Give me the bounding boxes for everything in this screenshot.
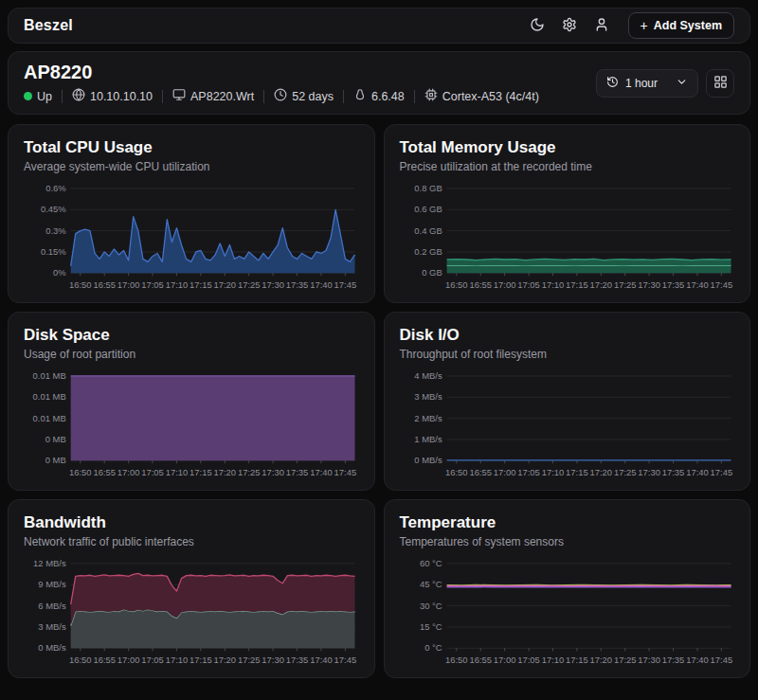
bandwidth-card: Bandwidth Network traffic of public inte… [8, 499, 375, 678]
svg-text:17:10: 17:10 [541, 467, 564, 477]
svg-text:0.8 GB: 0.8 GB [414, 183, 442, 193]
bandwidth-title: Bandwidth [24, 513, 359, 532]
svg-text:17:35: 17:35 [286, 279, 309, 290]
svg-text:17:35: 17:35 [661, 279, 684, 290]
svg-text:17:45: 17:45 [710, 467, 732, 477]
svg-text:6 MB/s: 6 MB/s [38, 601, 66, 611]
svg-text:17:00: 17:00 [493, 467, 515, 477]
svg-text:17:40: 17:40 [686, 279, 709, 290]
bandwidth-chart: 12 MB/s9 MB/s6 MB/s3 MB/s0 MB/s16:5016:5… [24, 556, 359, 673]
svg-text:16:50: 16:50 [445, 279, 468, 290]
svg-text:17:05: 17:05 [517, 655, 540, 665]
tux-icon [353, 88, 367, 104]
uptime-label: 52 days [292, 90, 334, 103]
svg-text:17:30: 17:30 [638, 467, 660, 477]
svg-text:17:20: 17:20 [589, 655, 612, 665]
svg-text:17:00: 17:00 [117, 655, 140, 665]
cpu-usage-title: Total CPU Usage [24, 138, 359, 157]
svg-text:17:35: 17:35 [661, 655, 684, 665]
svg-text:17:25: 17:25 [238, 279, 261, 290]
svg-text:0 MB: 0 MB [45, 455, 66, 465]
svg-text:3 MB/s: 3 MB/s [414, 391, 442, 402]
svg-text:17:30: 17:30 [638, 279, 660, 290]
svg-text:0.15%: 0.15% [41, 246, 66, 257]
disk-io-chart: 4 MB/s3 MB/s2 MB/s1 MB/s0 MB/s16:5016:55… [400, 368, 735, 485]
svg-text:17:15: 17:15 [566, 655, 588, 665]
system-status: Up [24, 90, 52, 103]
cpu-usage-chart: 0.6%0.45%0.3%0.15%0%16:5016:5517:0017:05… [24, 181, 359, 297]
temperature-title: Temperature [400, 513, 735, 532]
svg-text:0.6%: 0.6% [45, 183, 66, 193]
system-controls: 1 hour [596, 69, 734, 98]
svg-text:16:55: 16:55 [93, 279, 116, 290]
memory-usage-card: Total Memory Usage Precise utilization a… [384, 124, 751, 303]
svg-text:45 °C: 45 °C [420, 579, 442, 589]
page: Beszel + Add System [0, 0, 758, 686]
disk-io-card: Disk I/O Throughput of root filesystem 4… [384, 312, 751, 491]
svg-text:16:50: 16:50 [69, 655, 92, 665]
add-system-button[interactable]: + Add System [628, 12, 734, 39]
status-dot-icon [24, 92, 32, 100]
disk-io-title: Disk I/O [400, 326, 735, 345]
settings-button[interactable] [556, 12, 583, 39]
moon-icon [530, 17, 545, 35]
hostname-label: AP8220.Wrt [190, 90, 254, 103]
svg-text:17:05: 17:05 [141, 279, 164, 290]
disk-space-subtitle: Usage of root partition [24, 348, 359, 361]
header-actions: + Add System [524, 12, 734, 39]
system-info-bar: AP8220 Up 10.10.10.10 [8, 51, 750, 115]
cpu-usage-card: Total CPU Usage Average system-wide CPU … [8, 124, 375, 303]
time-range-select[interactable]: 1 hour [596, 69, 698, 98]
svg-text:17:35: 17:35 [286, 467, 309, 477]
svg-text:12 MB/s: 12 MB/s [33, 558, 66, 568]
system-name: AP8220 [24, 62, 539, 83]
svg-text:16:55: 16:55 [469, 655, 492, 665]
divider [62, 90, 63, 103]
cpu-model-label: Cortex-A53 (4c/4t) [442, 90, 539, 103]
svg-text:30 °C: 30 °C [420, 601, 442, 611]
svg-text:17:00: 17:00 [493, 279, 515, 290]
svg-text:17:05: 17:05 [517, 467, 540, 477]
svg-text:16:50: 16:50 [445, 655, 468, 665]
svg-text:17:20: 17:20 [214, 655, 237, 665]
svg-text:17:10: 17:10 [166, 655, 189, 665]
system-hostname: AP8220.Wrt [172, 88, 254, 104]
divider [263, 90, 264, 103]
svg-text:17:25: 17:25 [613, 467, 636, 477]
layout-grid-button[interactable] [706, 69, 734, 98]
svg-text:0 °C: 0 °C [424, 642, 442, 653]
disk-space-card: Disk Space Usage of root partition 0.01 … [8, 312, 375, 491]
temperature-subtitle: Temperatures of system sensors [400, 535, 735, 548]
svg-text:17:15: 17:15 [566, 467, 588, 477]
svg-text:16:55: 16:55 [93, 467, 116, 477]
divider [162, 90, 163, 103]
svg-text:15 °C: 15 °C [420, 621, 442, 632]
svg-text:17:40: 17:40 [310, 655, 333, 665]
svg-text:2 MB/s: 2 MB/s [414, 413, 442, 423]
temperature-chart: 60 °C45 °C30 °C15 °C0 °C16:5016:5517:001… [400, 556, 735, 673]
svg-text:17:45: 17:45 [334, 655, 357, 665]
svg-text:17:25: 17:25 [613, 655, 636, 665]
memory-usage-subtitle: Precise utilization at the recorded time [400, 160, 735, 173]
svg-text:17:05: 17:05 [517, 279, 540, 290]
svg-text:17:45: 17:45 [710, 279, 732, 290]
system-info: AP8220 Up 10.10.10.10 [24, 62, 539, 104]
svg-text:17:40: 17:40 [686, 467, 709, 477]
kernel-label: 6.6.48 [371, 90, 405, 103]
user-menu-button[interactable] [588, 12, 615, 39]
svg-text:17:20: 17:20 [589, 279, 612, 290]
chip-icon [424, 88, 438, 104]
bandwidth-subtitle: Network traffic of public interfaces [24, 535, 359, 548]
memory-usage-chart: 0.8 GB0.6 GB0.4 GB0.2 GB0 GB16:5016:5517… [400, 181, 735, 297]
svg-text:16:55: 16:55 [93, 655, 116, 665]
svg-text:9 MB/s: 9 MB/s [38, 579, 66, 589]
theme-toggle-button[interactable] [524, 12, 550, 39]
svg-text:17:15: 17:15 [566, 279, 588, 290]
svg-text:16:50: 16:50 [69, 467, 92, 477]
system-ip: 10.10.10.10 [72, 88, 153, 104]
history-icon [606, 76, 619, 91]
divider [343, 90, 344, 103]
plus-icon: + [641, 19, 648, 32]
svg-text:17:10: 17:10 [541, 279, 564, 290]
svg-text:17:45: 17:45 [334, 279, 357, 290]
